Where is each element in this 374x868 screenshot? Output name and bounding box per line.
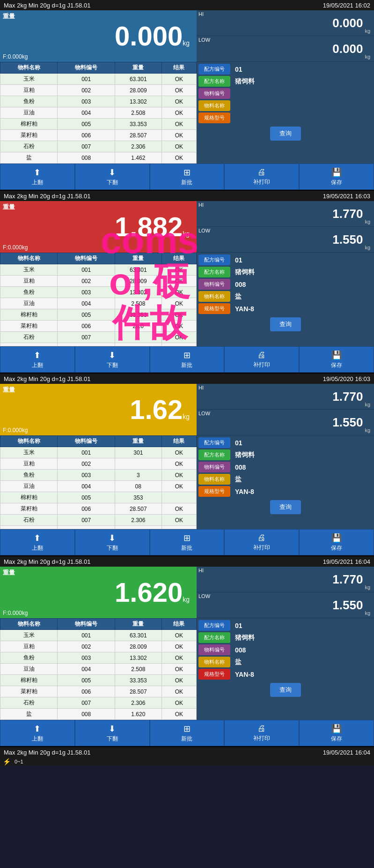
toolbar-label-3: 补打印: [253, 361, 270, 369]
info-label-btn-0[interactable]: 配方编号: [198, 437, 230, 448]
toolbar-btn-上翻[interactable]: ⬆上翻: [0, 164, 75, 190]
info-label-btn-4[interactable]: 规格型号: [198, 112, 230, 123]
toolbar-btn-保存[interactable]: 💾保存: [299, 529, 374, 555]
table-cell: 28.009: [115, 85, 161, 96]
info-label-btn-3[interactable]: 物料名称: [198, 291, 230, 302]
info-label-btn-1[interactable]: 配方名称: [198, 449, 230, 460]
query-button[interactable]: 查询: [270, 683, 301, 697]
low-unit: kg: [365, 54, 370, 60]
low-value: 1.550: [332, 598, 363, 613]
table-row: 菜籽粕00628.507OK: [0, 503, 197, 515]
toolbar-btn-补打印[interactable]: 🖨补打印: [224, 346, 299, 373]
toolbar-label-1: 下翻: [107, 544, 118, 552]
info-row-4: 规格型号YAN-8: [198, 486, 372, 497]
weight-area: 重量1.620kgF:0.000kgHI1.770kgLOW1.550kg: [0, 567, 374, 618]
table-row: 玉米00163.301OK: [0, 630, 197, 641]
toolbar-icon-2: ⊞: [183, 167, 191, 178]
info-label-btn-2[interactable]: 物料编号: [198, 462, 230, 472]
info-value-4: YAN-8: [232, 671, 254, 678]
table-header: 物料名称: [0, 62, 58, 74]
hi-value: 1.770: [332, 572, 363, 587]
toolbar-btn-新批[interactable]: ⊞新批: [150, 720, 225, 746]
info-label-btn-3[interactable]: 物料名称: [198, 474, 230, 485]
table-cell: 2.508: [115, 107, 161, 119]
info-label-btn-4[interactable]: 规格型号: [198, 303, 230, 314]
table-cell: 28.0: [115, 321, 161, 332]
query-button[interactable]: 查询: [270, 500, 301, 514]
info-label-btn-2[interactable]: 物料编号: [198, 88, 230, 99]
query-button[interactable]: 查询: [270, 127, 301, 141]
info-label-btn-1[interactable]: 配方名称: [198, 76, 230, 87]
info-label-btn-4[interactable]: 规格型号: [198, 486, 230, 497]
info-label-btn-2[interactable]: 物料编号: [198, 644, 230, 655]
low-unit: kg: [365, 610, 370, 616]
table-header: 物料编号: [58, 62, 115, 74]
info-row-4: 规格型号YAN-8: [198, 669, 372, 680]
info-value-4: YAN-8: [232, 488, 254, 495]
weight-label: 重量: [3, 386, 15, 394]
table-cell: [115, 332, 161, 343]
toolbar-btn-新批[interactable]: ⊞新批: [150, 346, 225, 373]
table-cell: 003: [58, 96, 115, 107]
toolbar-btn-下翻[interactable]: ⬇下翻: [75, 164, 150, 190]
table-cell: 鱼粉: [0, 96, 58, 107]
table-cell: OK: [161, 107, 196, 119]
toolbar-btn-下翻[interactable]: ⬇下翻: [75, 720, 150, 746]
info-label-btn-0[interactable]: 配方编号: [198, 620, 230, 631]
table-cell: OK: [161, 503, 196, 515]
info-label-btn-2[interactable]: 物料编号: [198, 279, 230, 290]
zero-label: F:0.000kg: [3, 610, 28, 616]
toolbar-btn-上翻[interactable]: ⬆上翻: [0, 529, 75, 555]
toolbar-icon-0: ⬆: [34, 167, 41, 178]
toolbar-btn-保存[interactable]: 💾保存: [299, 720, 374, 746]
toolbar-btn-补打印[interactable]: 🖨补打印: [224, 529, 299, 555]
info-row-4: 规格型号: [198, 112, 372, 123]
table-cell: 003: [58, 652, 115, 664]
table-cell: [0, 526, 58, 529]
info-row-0: 配方编号01: [198, 254, 372, 265]
toolbar-btn-补打印[interactable]: 🖨补打印: [224, 164, 299, 190]
info-label-btn-0[interactable]: 配方编号: [198, 64, 230, 75]
top-bar: Max 2kg Min 20g d=1g J1.58.0119/05/2021 …: [0, 556, 374, 567]
info-value-2: 008: [232, 281, 246, 288]
table-header: 结果: [161, 436, 196, 447]
info-row-0: 配方编号01: [198, 437, 372, 448]
toolbar-btn-上翻[interactable]: ⬆上翻: [0, 720, 75, 746]
toolbar-btn-上翻[interactable]: ⬆上翻: [0, 346, 75, 373]
query-button[interactable]: 查询: [270, 317, 301, 331]
info-value-1: 猪饲料: [232, 634, 255, 642]
toolbar-icon-1: ⬇: [109, 167, 116, 178]
table-row: 玉米001301OK: [0, 447, 197, 458]
info-label-btn-3[interactable]: 物料名称: [198, 657, 230, 667]
hi-value: 1.770: [332, 389, 363, 404]
table-row: 石粉0072.306OK: [0, 141, 197, 152]
table-cell: [161, 492, 196, 503]
info-label-btn-1[interactable]: 配方名称: [198, 632, 230, 643]
table-row: [0, 343, 197, 346]
toolbar-btn-新批[interactable]: ⊞新批: [150, 164, 225, 190]
table-cell: 001: [58, 447, 115, 458]
info-label-btn-1[interactable]: 配方名称: [198, 267, 230, 277]
toolbar-btn-保存[interactable]: 💾保存: [299, 346, 374, 373]
toolbar-btn-新批[interactable]: ⊞新批: [150, 529, 225, 555]
toolbar-label-4: 保存: [331, 544, 342, 552]
info-label-btn-4[interactable]: 规格型号: [198, 669, 230, 680]
table-cell: 豆油: [0, 664, 58, 675]
toolbar-icon-4: 💾: [331, 533, 342, 543]
toolbar-btn-下翻[interactable]: ⬇下翻: [75, 346, 150, 373]
info-row-3: 物料名称盐: [198, 657, 372, 667]
low-value: 1.550: [332, 415, 363, 430]
toolbar-btn-保存[interactable]: 💾保存: [299, 164, 374, 190]
toolbar-label-2: 新批: [181, 735, 192, 743]
table-cell: 玉米: [0, 447, 58, 458]
toolbar-btn-下翻[interactable]: ⬇下翻: [75, 529, 150, 555]
panel-4: Max 2kg Min 20g d=1g J1.58.0119/05/2021 …: [0, 556, 374, 747]
toolbar-btn-补打印[interactable]: 🖨补打印: [224, 720, 299, 746]
table-cell: 石粉: [0, 332, 58, 343]
table-row: 棉籽粕00533.353OK: [0, 309, 197, 321]
table-cell: 001: [58, 630, 115, 641]
table-cell: [161, 343, 196, 346]
info-label-btn-0[interactable]: 配方编号: [198, 254, 230, 265]
info-label-btn-3[interactable]: 物料名称: [198, 100, 230, 111]
info-row-3: 物料名称: [198, 100, 372, 111]
